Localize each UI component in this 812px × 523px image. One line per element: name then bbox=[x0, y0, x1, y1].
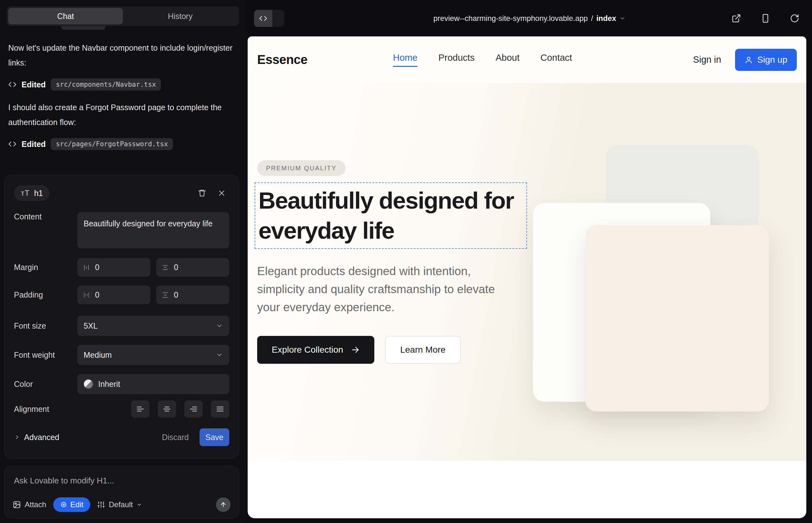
image-icon bbox=[13, 501, 21, 509]
browser-chrome: preview--charming-site-symphony.lovable.… bbox=[247, 0, 812, 36]
alignment-label: Alignment bbox=[14, 404, 77, 414]
margin-y-input[interactable]: 0 bbox=[156, 258, 229, 277]
margin-x-input[interactable]: 0 bbox=[77, 258, 151, 277]
font-weight-label: Font weight bbox=[14, 350, 77, 360]
refresh-icon bbox=[790, 14, 799, 23]
explore-collection-label: Explore Collection bbox=[272, 345, 343, 355]
nav-link-home[interactable]: Home bbox=[393, 53, 418, 67]
editor-header: тT h1 bbox=[14, 184, 229, 203]
sliders-icon bbox=[97, 501, 105, 508]
advanced-toggle[interactable]: Advanced bbox=[14, 433, 59, 442]
mobile-view-button[interactable] bbox=[759, 12, 772, 24]
edited-label: Edited bbox=[21, 80, 46, 89]
explore-collection-button[interactable]: Explore Collection bbox=[257, 336, 374, 364]
color-value: Inherit bbox=[98, 380, 120, 389]
url-breadcrumb[interactable]: preview--charming-site-symphony.lovable.… bbox=[433, 14, 625, 23]
discard-button[interactable]: Discard bbox=[162, 433, 189, 442]
sign-in-link[interactable]: Sign in bbox=[693, 54, 721, 65]
code-icon bbox=[8, 80, 16, 89]
padding-y-input[interactable]: 0 bbox=[156, 286, 229, 304]
align-right-icon bbox=[189, 405, 198, 413]
chat-composer: Ask Lovable to modify H1... Attach Edit bbox=[4, 466, 239, 518]
element-editor: тT h1 Content Beautifully designed bbox=[4, 175, 239, 459]
open-in-new-tab-button[interactable] bbox=[730, 12, 742, 24]
delete-element-button[interactable] bbox=[194, 185, 210, 201]
trash-icon bbox=[198, 189, 207, 198]
assistant-message: I should also create a Forgot Password p… bbox=[8, 100, 239, 130]
edited-file-row: Edited src/pages/ForgotPassword.tsx bbox=[8, 138, 239, 150]
chrome-actions bbox=[730, 12, 800, 24]
assistant-message: Now let's update the Navbar component to… bbox=[8, 40, 239, 70]
align-justify-button[interactable] bbox=[211, 400, 229, 418]
padding-x-input[interactable]: 0 bbox=[77, 286, 151, 304]
refresh-button[interactable] bbox=[789, 12, 800, 24]
composer-toolbar: Attach Edit Default bbox=[13, 497, 231, 512]
path-separator: / bbox=[591, 14, 593, 23]
site-navbar: Essence Home Products About Contact Sign… bbox=[248, 36, 806, 83]
code-view-toggle[interactable] bbox=[254, 10, 284, 27]
editor-footer: Advanced Discard Save bbox=[14, 428, 229, 446]
tab-chat[interactable]: Chat bbox=[8, 8, 123, 24]
selected-tag-chip[interactable]: тT h1 bbox=[14, 185, 50, 201]
tag-name: h1 bbox=[34, 189, 43, 198]
margin-label: Margin bbox=[14, 263, 77, 272]
close-editor-button[interactable] bbox=[214, 185, 229, 201]
align-center-icon bbox=[163, 405, 171, 413]
edited-label: Edited bbox=[21, 140, 46, 149]
arrow-right-icon bbox=[351, 345, 360, 354]
send-button[interactable] bbox=[216, 497, 231, 512]
arrow-up-icon bbox=[220, 501, 227, 508]
edit-label: Edit bbox=[70, 500, 83, 509]
close-icon bbox=[217, 189, 226, 198]
model-default-button[interactable]: Default bbox=[97, 500, 142, 509]
align-left-button[interactable] bbox=[131, 400, 149, 418]
color-row: Color Inherit bbox=[14, 374, 229, 394]
preview-domain: preview--charming-site-symphony.lovable.… bbox=[433, 14, 588, 23]
align-right-button[interactable] bbox=[184, 400, 203, 418]
chevron-right-icon bbox=[14, 434, 20, 440]
nav-link-products[interactable]: Products bbox=[438, 53, 474, 67]
color-select[interactable]: Inherit bbox=[77, 374, 229, 394]
file-chip-navbar[interactable]: src/components/Navbar.tsx bbox=[51, 78, 161, 91]
padding-row: Padding 0 0 bbox=[14, 286, 229, 304]
site-nav-links: Home Products About Contact bbox=[393, 53, 572, 67]
site-logo[interactable]: Essence bbox=[257, 53, 307, 67]
content-row: Content Beautifully designed for everyda… bbox=[14, 212, 229, 249]
sign-up-button[interactable]: Sign up bbox=[735, 49, 797, 71]
hero-section: PREMIUM QUALITY Beautifully designed for… bbox=[248, 83, 806, 461]
chevron-down-icon bbox=[216, 351, 223, 358]
padding-y-value: 0 bbox=[174, 290, 178, 300]
selected-element-outline[interactable]: Beautifully designed for everyday life bbox=[254, 182, 527, 249]
composer-input[interactable]: Ask Lovable to modify H1... bbox=[14, 476, 229, 486]
edit-mode-button[interactable]: Edit bbox=[53, 497, 90, 512]
chevron-down-icon bbox=[619, 15, 626, 21]
font-size-label: Font size bbox=[14, 321, 77, 330]
chat-panel: Chat History Now let's update the Navbar… bbox=[0, 0, 247, 523]
typography-icon: тT bbox=[21, 189, 30, 198]
nav-link-about[interactable]: About bbox=[496, 53, 520, 67]
font-weight-select[interactable]: Medium bbox=[77, 345, 229, 365]
external-link-icon bbox=[731, 14, 741, 23]
horizontal-padding-icon bbox=[83, 292, 90, 299]
file-chip-forgot-password[interactable]: src/pages/ForgotPassword.tsx bbox=[51, 138, 173, 150]
content-input[interactable]: Beautifully designed for everyday life bbox=[77, 212, 229, 249]
vertical-padding-icon bbox=[162, 292, 169, 299]
align-justify-icon bbox=[216, 405, 224, 413]
tab-history[interactable]: History bbox=[123, 8, 237, 24]
site-preview: Essence Home Products About Contact Sign… bbox=[248, 36, 806, 518]
color-label: Color bbox=[14, 380, 77, 389]
save-button[interactable]: Save bbox=[199, 428, 229, 446]
horizontal-spacing-icon bbox=[83, 264, 90, 271]
attach-button[interactable]: Attach bbox=[13, 500, 46, 509]
hero-cta-row: Explore Collection Learn More bbox=[257, 336, 533, 364]
smartphone-icon bbox=[761, 14, 770, 23]
hero-subtext: Elegant products designed with intention… bbox=[257, 262, 511, 316]
font-size-select[interactable]: 5XL bbox=[77, 315, 229, 336]
page-name: index bbox=[596, 14, 616, 23]
user-icon bbox=[744, 56, 753, 64]
nav-link-contact[interactable]: Contact bbox=[540, 53, 572, 67]
hero-headline[interactable]: Beautifully designed for everyday life bbox=[259, 185, 523, 246]
learn-more-button[interactable]: Learn More bbox=[385, 336, 461, 364]
align-center-button[interactable] bbox=[158, 400, 176, 418]
code-icon bbox=[8, 140, 16, 148]
